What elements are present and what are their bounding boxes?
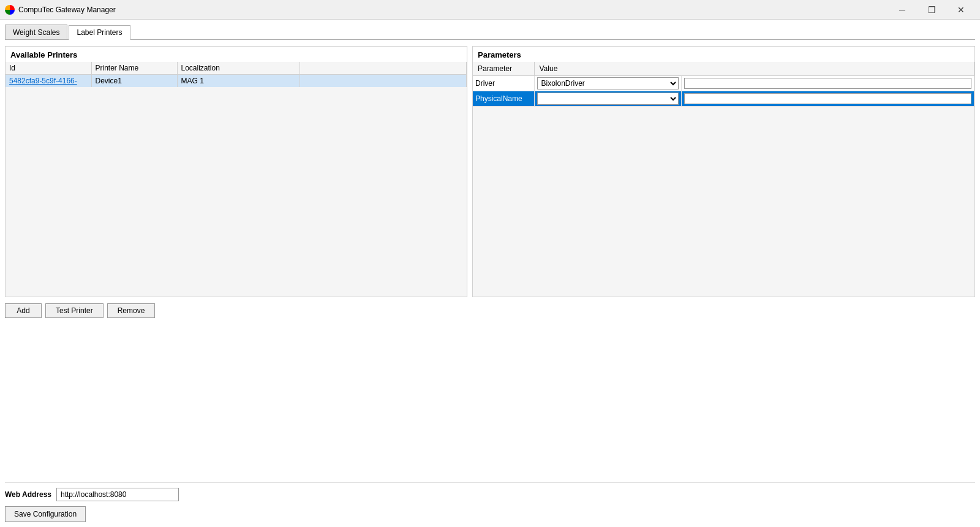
bottom-area: Web Address Save Configuration <box>5 482 975 522</box>
param-name-driver: Driver <box>473 76 534 91</box>
web-address-input[interactable] <box>56 488 179 501</box>
driver-value-input[interactable] <box>684 78 972 89</box>
physicalname-value-input[interactable] <box>684 93 972 104</box>
tabs-bar: Weight Scales Label Printers <box>5 25 975 40</box>
params-table: Parameter Value Driver BixolonDriver <box>473 62 974 107</box>
col-localization: Localization <box>177 62 300 75</box>
titlebar-title: CompuTec Gateway Manager <box>18 6 888 14</box>
param-input-cell-driver <box>681 76 974 91</box>
web-address-label: Web Address <box>5 490 51 499</box>
titlebar: CompuTec Gateway Manager ─ ❐ ✕ <box>0 0 980 20</box>
action-buttons: Add Test Printer Remove <box>5 303 975 318</box>
col-id: Id <box>6 62 91 75</box>
param-name-physicalname: PhysicalName <box>473 91 534 107</box>
param-select-cell-physicalname <box>534 91 681 107</box>
param-row-driver[interactable]: Driver BixolonDriver <box>473 76 974 91</box>
col-printer-name: Printer Name <box>91 62 177 75</box>
cell-printer-name: Device1 <box>91 75 177 88</box>
col-extra <box>300 62 467 75</box>
add-button[interactable]: Add <box>5 303 42 318</box>
panels-container: Available Printers Id Printer Name Local… <box>5 46 975 297</box>
params-table-container[interactable]: Parameter Value Driver BixolonDriver <box>473 62 974 297</box>
web-address-row: Web Address <box>5 488 975 501</box>
parameters-title: Parameters <box>473 47 974 62</box>
available-printers-title: Available Printers <box>6 47 467 62</box>
col-parameter: Parameter <box>473 62 534 76</box>
cell-extra <box>300 75 467 88</box>
minimize-button[interactable]: ─ <box>888 0 916 20</box>
close-button[interactable]: ✕ <box>947 0 975 20</box>
table-row[interactable]: 5482cfa9-5c9f-4166- Device1 MAG 1 <box>6 75 467 88</box>
parameters-panel: Parameters Parameter Value Driver <box>472 46 975 297</box>
tab-weight-scales[interactable]: Weight Scales <box>5 25 67 39</box>
col-value: Value <box>534 62 974 76</box>
window-controls: ─ ❐ ✕ <box>888 0 975 20</box>
driver-select[interactable]: BixolonDriver <box>537 77 679 89</box>
printers-table-container[interactable]: Id Printer Name Localization 5482cfa9-5c… <box>6 62 467 297</box>
printers-table: Id Printer Name Localization 5482cfa9-5c… <box>6 62 467 87</box>
restore-button[interactable]: ❐ <box>918 0 946 20</box>
physicalname-select[interactable] <box>537 93 679 105</box>
remove-button[interactable]: Remove <box>107 303 156 318</box>
cell-localization: MAG 1 <box>177 75 300 88</box>
param-input-cell-physicalname <box>681 91 974 107</box>
save-configuration-button[interactable]: Save Configuration <box>5 506 86 522</box>
app-icon <box>5 5 15 15</box>
tab-label-printers[interactable]: Label Printers <box>69 25 130 40</box>
cell-id: 5482cfa9-5c9f-4166- <box>6 75 91 88</box>
param-select-cell-driver: BixolonDriver <box>534 76 681 91</box>
spacer <box>5 318 975 482</box>
available-printers-panel: Available Printers Id Printer Name Local… <box>5 46 467 297</box>
param-row-physicalname[interactable]: PhysicalName <box>473 91 974 107</box>
main-content: Weight Scales Label Printers Available P… <box>0 20 980 527</box>
test-printer-button[interactable]: Test Printer <box>45 303 104 318</box>
